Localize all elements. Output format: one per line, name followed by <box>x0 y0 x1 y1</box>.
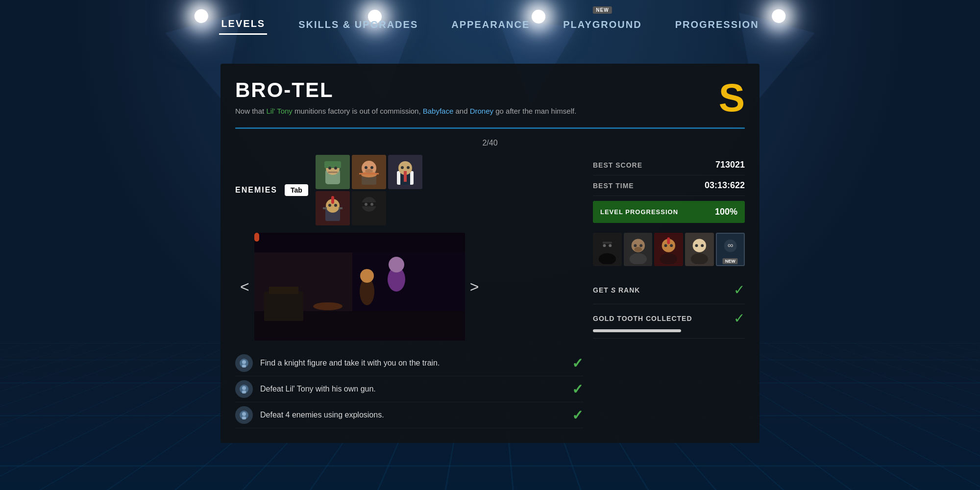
svg-rect-37 <box>269 287 298 294</box>
main-nav: LEVELS SKILLS & UPGRADES APPEARANCE NEW … <box>0 0 980 49</box>
rank-badge: S <box>719 78 745 118</box>
objective-1-icon <box>235 354 253 372</box>
gold-tooth-row: GOLD TOOTH COLLECTED ✓ <box>593 304 745 339</box>
content-area: ENEMIES Tab <box>235 155 745 428</box>
objective-3: Defeat 4 enemies using explosions. ✓ <box>235 402 583 428</box>
svg-rect-49 <box>242 391 246 393</box>
objective-2-text: Defeat Lil' Tony with his own gun. <box>260 385 564 393</box>
enemy-bald <box>352 155 386 189</box>
svg-point-51 <box>242 412 246 416</box>
best-time-row: BEST TIME 03:13:622 <box>593 175 745 196</box>
objective-1: Find a knight figure and take it with yo… <box>235 350 583 376</box>
svg-point-4 <box>334 167 337 170</box>
new-character-badge: NEW <box>723 258 738 264</box>
svg-point-41 <box>360 269 374 283</box>
svg-point-3 <box>328 167 331 170</box>
svg-rect-36 <box>264 292 303 321</box>
enemies-section: ENEMIES Tab <box>235 155 583 225</box>
panel-header: BRO-TEL Now that Lil' Tony munitions fac… <box>235 78 745 118</box>
prev-arrow[interactable]: < <box>235 278 254 296</box>
best-score-value: 713021 <box>715 160 745 170</box>
svg-point-74 <box>701 244 704 247</box>
gold-tooth-bar <box>593 329 681 332</box>
header-left: BRO-TEL Now that Lil' Tony munitions fac… <box>235 78 576 117</box>
svg-point-11 <box>365 169 373 173</box>
best-score-label: BEST SCORE <box>593 161 642 169</box>
rank-objective-row: GET S RANK ✓ <box>593 276 745 304</box>
nav-skills[interactable]: SKILLS & UPGRADES <box>296 15 420 34</box>
enemy-grid <box>316 155 422 225</box>
char-portrait-1 <box>593 233 622 266</box>
svg-point-10 <box>370 166 373 169</box>
svg-point-23 <box>334 204 337 207</box>
svg-point-68 <box>664 244 667 247</box>
objective-3-icon <box>235 406 253 424</box>
svg-rect-5 <box>328 172 338 173</box>
char-babyface: Babyface <box>423 107 454 115</box>
level-counter: 2/40 <box>235 139 745 147</box>
enemy-suit <box>388 155 422 189</box>
level-image-wrapper: < <box>235 233 583 341</box>
nav-playground[interactable]: NEW PLAYGROUND <box>561 15 643 34</box>
svg-point-63 <box>639 244 642 247</box>
svg-rect-24 <box>323 207 327 209</box>
objectives-list: Find a knight figure and take it with yo… <box>235 350 583 428</box>
svg-point-45 <box>242 360 246 364</box>
svg-rect-21 <box>331 196 334 204</box>
svg-point-69 <box>670 244 673 247</box>
svg-point-54 <box>601 239 614 252</box>
svg-rect-52 <box>242 416 246 419</box>
char-portrait-2 <box>624 233 653 266</box>
char-droney: Droney <box>470 107 493 115</box>
scene-background <box>254 233 465 341</box>
char-portrait-4 <box>685 233 714 266</box>
next-arrow[interactable]: > <box>465 278 484 296</box>
svg-text:∞: ∞ <box>727 241 733 250</box>
gold-tooth-check: ✓ <box>734 310 745 326</box>
nav-progression[interactable]: PROGRESSION <box>673 15 761 34</box>
svg-point-43 <box>313 302 343 310</box>
svg-point-62 <box>634 244 637 247</box>
objective-3-text: Defeat 4 enemies using explosions. <box>260 411 564 419</box>
nav-appearance[interactable]: APPEARANCE <box>449 15 532 34</box>
svg-rect-46 <box>242 365 246 368</box>
svg-rect-67 <box>667 238 670 245</box>
nav-levels[interactable]: LEVELS <box>219 14 267 35</box>
svg-point-72 <box>693 239 706 252</box>
svg-point-56 <box>603 244 606 247</box>
level-image <box>254 233 465 341</box>
svg-point-17 <box>407 166 410 169</box>
objective-2-check: ✓ <box>572 381 583 397</box>
gold-tooth-label: GOLD TOOTH COLLECTED <box>593 315 692 322</box>
enemies-label: ENEMIES <box>235 186 277 195</box>
svg-rect-12 <box>359 173 379 174</box>
right-objectives: GET S RANK ✓ GOLD TOOTH COLLECTED ✓ <box>593 276 745 339</box>
objective-1-text: Find a knight figure and take it with yo… <box>260 359 564 368</box>
svg-rect-42 <box>254 233 259 242</box>
svg-rect-18 <box>404 171 407 182</box>
level-title: BRO-TEL <box>235 78 576 102</box>
svg-point-39 <box>389 257 404 272</box>
svg-rect-58 <box>603 242 612 244</box>
svg-point-16 <box>401 166 404 169</box>
main-panel: BRO-TEL Now that Lil' Tony munitions fac… <box>220 64 760 443</box>
new-badge: NEW <box>593 6 612 14</box>
rank-objective-label: GET S RANK <box>593 286 640 294</box>
progress-bar-fill <box>235 127 745 129</box>
objective-2-icon <box>235 380 253 398</box>
character-portraits: ∞ NEW <box>593 233 745 266</box>
rank-objective-check: ✓ <box>734 282 745 298</box>
char-portrait-3 <box>654 233 683 266</box>
best-time-label: BEST TIME <box>593 182 634 190</box>
svg-rect-25 <box>339 207 343 209</box>
svg-rect-2 <box>324 161 341 168</box>
svg-point-30 <box>370 203 373 206</box>
char-lil-tony: Lil' Tony <box>266 107 292 115</box>
level-progression-label: LEVEL PROGRESSION <box>600 208 678 216</box>
svg-point-57 <box>609 244 612 247</box>
level-progression-value: 100% <box>715 207 737 217</box>
tab-key[interactable]: Tab <box>285 184 308 196</box>
char-portrait-new: ∞ NEW <box>716 233 745 266</box>
right-area: BEST SCORE 713021 BEST TIME 03:13:622 LE… <box>593 155 745 428</box>
best-time-value: 03:13:622 <box>705 180 745 191</box>
